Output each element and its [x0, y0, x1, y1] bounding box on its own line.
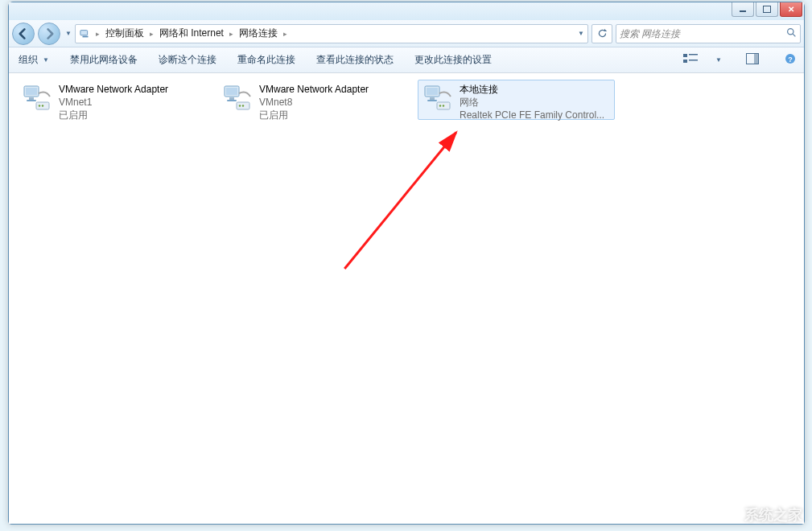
svg-rect-5	[689, 54, 698, 56]
connection-line3: 已启用	[59, 109, 168, 121]
recent-dropdown-icon[interactable]: ▼	[65, 30, 72, 37]
svg-rect-27	[427, 88, 438, 95]
svg-rect-22	[227, 100, 237, 101]
svg-rect-13	[26, 88, 37, 95]
titlebar	[9, 2, 804, 20]
breadcrumb[interactable]: ▸ 控制面板 ▸ 网络和 Internet ▸ 网络连接 ▸ ▼	[75, 24, 588, 43]
explorer-window: ▼ ▸ 控制面板 ▸ 网络和 Internet ▸ 网络连接 ▸ ▼	[8, 2, 805, 525]
breadcrumb-item-network-connections[interactable]: 网络连接	[237, 25, 279, 42]
content-area: VMware Network Adapter VMnet1 已启用 VMware…	[9, 73, 804, 524]
toolbar: 组织 ▼ 禁用此网络设备 诊断这个连接 重命名此连接 查看此连接的状态 更改此连…	[9, 47, 804, 73]
svg-rect-29	[427, 100, 437, 101]
nav-row: ▼ ▸ 控制面板 ▸ 网络和 Internet ▸ 网络连接 ▸ ▼	[9, 20, 804, 47]
connection-title: VMware Network Adapter	[259, 83, 369, 96]
chevron-right-icon: ▸	[229, 30, 233, 38]
chevron-down-icon: ▼	[43, 56, 49, 64]
organize-label: 组织	[19, 53, 38, 67]
svg-rect-21	[229, 97, 234, 100]
svg-point-32	[443, 105, 444, 106]
connection-item[interactable]: VMware Network Adapter VMnet1 已启用	[17, 80, 214, 120]
svg-point-18	[42, 105, 43, 106]
svg-rect-9	[754, 54, 759, 64]
maximize-button[interactable]	[756, 2, 778, 17]
search-input[interactable]	[620, 28, 783, 39]
connection-line2: VMnet1	[59, 96, 168, 109]
back-button[interactable]	[12, 23, 35, 45]
rename-button[interactable]: 重命名此连接	[234, 51, 299, 69]
diagnose-button[interactable]: 诊断这个连接	[155, 51, 220, 69]
breadcrumb-item-control-panel[interactable]: 控制面板	[104, 25, 146, 42]
change-settings-button[interactable]: 更改此连接的设置	[411, 51, 495, 69]
connection-text: 本地连接 网络 Realtek PCIe FE Family Control..…	[460, 83, 604, 122]
search-icon	[786, 27, 797, 40]
minimize-button[interactable]	[732, 2, 754, 17]
network-adapter-icon	[422, 83, 455, 113]
svg-point-2	[788, 28, 793, 34]
breadcrumb-dropdown-icon[interactable]: ▼	[578, 30, 584, 37]
svg-text:?: ?	[788, 56, 793, 64]
connection-line2: 网络	[460, 96, 604, 109]
view-status-button[interactable]: 查看此连接的状态	[313, 51, 397, 69]
search-box[interactable]	[616, 24, 801, 43]
connection-line3: 已启用	[259, 109, 369, 121]
svg-rect-4	[683, 54, 687, 57]
svg-rect-7	[689, 60, 698, 61]
network-adapter-icon	[22, 83, 54, 113]
help-icon[interactable]: ?	[783, 51, 798, 68]
preview-pane-icon[interactable]	[744, 51, 760, 68]
svg-rect-20	[226, 88, 237, 95]
breadcrumb-item-network-internet[interactable]: 网络和 Internet	[158, 25, 225, 42]
connection-line3: Realtek PCIe FE Family Control...	[460, 109, 604, 121]
view-options-icon[interactable]	[682, 51, 699, 68]
chevron-down-icon[interactable]: ▼	[715, 56, 722, 64]
connection-title: 本地连接	[460, 83, 604, 96]
network-adapter-icon	[222, 83, 254, 113]
svg-point-17	[39, 105, 40, 106]
refresh-button[interactable]	[591, 24, 612, 43]
svg-line-3	[793, 34, 795, 36]
chevron-right-icon: ▸	[96, 30, 100, 38]
connection-item[interactable]: 本地连接 网络 Realtek PCIe FE Family Control..…	[418, 80, 615, 120]
connection-title: VMware Network Adapter	[59, 83, 168, 96]
network-icon	[79, 27, 92, 40]
connection-item[interactable]: VMware Network Adapter VMnet8 已启用	[217, 80, 414, 120]
svg-rect-14	[29, 97, 34, 100]
svg-rect-6	[683, 60, 687, 63]
svg-rect-15	[27, 100, 36, 101]
svg-rect-0	[80, 30, 88, 35]
connection-text: VMware Network Adapter VMnet1 已启用	[59, 83, 168, 122]
disable-device-button[interactable]: 禁用此网络设备	[67, 51, 141, 69]
forward-button[interactable]	[38, 23, 60, 45]
connection-line2: VMnet8	[259, 96, 369, 109]
svg-point-24	[239, 105, 241, 106]
svg-point-31	[439, 105, 441, 106]
svg-rect-1	[82, 35, 88, 37]
chevron-right-icon: ▸	[283, 30, 287, 38]
svg-point-25	[242, 105, 244, 106]
connection-text: VMware Network Adapter VMnet8 已启用	[259, 83, 369, 122]
svg-rect-28	[430, 97, 435, 100]
chevron-right-icon: ▸	[150, 30, 154, 38]
organize-button[interactable]: 组织 ▼	[15, 51, 52, 69]
close-button[interactable]	[780, 2, 802, 17]
